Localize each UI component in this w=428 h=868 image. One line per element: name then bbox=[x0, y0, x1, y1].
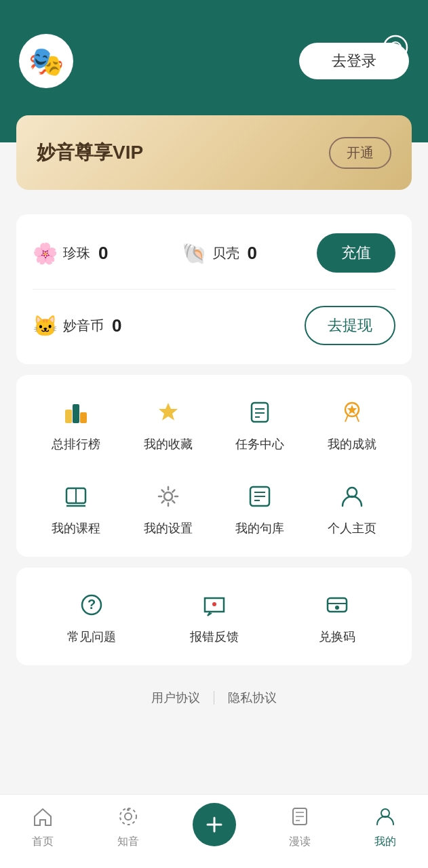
leaderboard-icon bbox=[59, 395, 93, 429]
svg-point-18 bbox=[164, 492, 172, 500]
legal-divider bbox=[214, 691, 214, 705]
bottom-navigation: 首页 知音 漫读 bbox=[0, 794, 428, 868]
vip-open-button[interactable]: 开通 bbox=[329, 137, 391, 169]
vip-card: 妙音尊享VIP 开通 bbox=[16, 115, 412, 190]
shell-item: 🐚 贝壳 0 bbox=[182, 241, 317, 265]
sentences-label: 我的句库 bbox=[235, 520, 284, 536]
svg-text:?: ? bbox=[87, 597, 95, 612]
pearl-label: 珍珠 bbox=[63, 244, 90, 262]
user-agreement-link[interactable]: 用户协议 bbox=[151, 690, 200, 706]
mandu-icon bbox=[289, 806, 311, 832]
tasks-label: 任务中心 bbox=[235, 436, 284, 452]
nav-item-mine[interactable]: 我的 bbox=[343, 806, 428, 849]
svg-point-2 bbox=[394, 46, 397, 50]
menu-item-courses[interactable]: 我的课程 bbox=[30, 479, 122, 536]
pearl-icon: 🌸 bbox=[33, 241, 58, 265]
nav-item-zhiyin[interactable]: 知音 bbox=[85, 806, 171, 849]
withdraw-button[interactable]: 去提现 bbox=[305, 306, 395, 345]
support-section: ? 常见问题 报错反馈 bbox=[16, 568, 412, 665]
pearl-value: 0 bbox=[98, 243, 108, 264]
recharge-button[interactable]: 充值 bbox=[317, 233, 395, 273]
mine-nav-label: 我的 bbox=[374, 835, 396, 849]
menu-section: 总排行榜 我的收藏 任 bbox=[16, 375, 412, 557]
svg-rect-3 bbox=[65, 410, 72, 423]
svg-marker-12 bbox=[347, 405, 357, 414]
support-item-feedback[interactable]: 报错反馈 bbox=[153, 588, 275, 645]
menu-item-sentences[interactable]: 我的句库 bbox=[214, 479, 307, 536]
coin-label: 妙音币 bbox=[63, 317, 104, 335]
courses-icon bbox=[59, 479, 93, 513]
settings-icon bbox=[151, 479, 185, 513]
faq-icon: ? bbox=[75, 588, 109, 622]
svg-rect-4 bbox=[73, 404, 79, 423]
svg-rect-5 bbox=[80, 412, 87, 423]
menu-item-achievements[interactable]: 我的成就 bbox=[306, 395, 398, 452]
svg-marker-6 bbox=[159, 403, 178, 420]
svg-point-29 bbox=[335, 606, 339, 610]
menu-item-profile[interactable]: 个人主页 bbox=[306, 479, 398, 536]
coin-icon: 🐱 bbox=[33, 314, 58, 338]
shell-label: 贝壳 bbox=[212, 244, 239, 262]
privacy-policy-link[interactable]: 隐私协议 bbox=[228, 690, 277, 706]
feedback-label: 报错反馈 bbox=[190, 629, 239, 645]
menu-item-settings[interactable]: 我的设置 bbox=[122, 479, 214, 536]
sentences-icon bbox=[243, 479, 277, 513]
zhiyin-icon bbox=[117, 806, 139, 832]
support-item-redeem[interactable]: 兑换码 bbox=[275, 588, 398, 645]
profile-icon bbox=[335, 479, 369, 513]
nav-item-mandu[interactable]: 漫读 bbox=[257, 806, 343, 849]
svg-point-26 bbox=[212, 602, 216, 606]
mine-icon bbox=[374, 806, 396, 832]
achievements-icon bbox=[335, 395, 369, 429]
support-grid: ? 常见问题 报错反馈 bbox=[30, 588, 398, 645]
home-icon bbox=[32, 806, 54, 832]
shell-value: 0 bbox=[248, 243, 257, 264]
vip-title: 妙音尊享VIP bbox=[37, 140, 143, 165]
menu-item-tasks[interactable]: 任务中心 bbox=[214, 395, 307, 452]
menu-item-favorites[interactable]: 我的收藏 bbox=[122, 395, 214, 452]
menu-grid: 总排行榜 我的收藏 任 bbox=[30, 395, 398, 536]
feedback-icon bbox=[197, 588, 231, 622]
currency-row-top: 🌸 珍珠 0 🐚 贝壳 0 充值 bbox=[33, 233, 395, 273]
tasks-icon bbox=[243, 395, 277, 429]
main-content: 🌸 珍珠 0 🐚 贝壳 0 充值 🐱 妙音币 0 去提现 bbox=[0, 190, 428, 801]
faq-label: 常见问题 bbox=[67, 629, 116, 645]
home-nav-label: 首页 bbox=[32, 835, 54, 849]
legal-section: 用户协议 隐私协议 bbox=[0, 676, 428, 719]
mandu-nav-label: 漫读 bbox=[289, 835, 311, 849]
leaderboard-label: 总排行榜 bbox=[52, 436, 100, 452]
svg-line-13 bbox=[345, 415, 348, 422]
favorites-label: 我的收藏 bbox=[144, 436, 193, 452]
achievements-label: 我的成就 bbox=[328, 436, 376, 452]
pearl-item: 🌸 珍珠 0 bbox=[33, 241, 168, 265]
shell-icon: 🐚 bbox=[182, 241, 207, 265]
redeem-label: 兑换码 bbox=[319, 629, 355, 645]
app-logo: 🎭 bbox=[19, 34, 73, 88]
coin-value: 0 bbox=[112, 315, 121, 336]
currency-section: 🌸 珍珠 0 🐚 贝壳 0 充值 🐱 妙音币 0 去提现 bbox=[16, 214, 412, 364]
svg-line-14 bbox=[356, 415, 359, 422]
coin-item: 🐱 妙音币 0 bbox=[33, 314, 305, 338]
settings-label: 我的设置 bbox=[144, 520, 193, 536]
currency-row-bottom: 🐱 妙音币 0 去提现 bbox=[33, 306, 395, 345]
scan-icon[interactable] bbox=[382, 34, 409, 61]
favorites-icon bbox=[151, 395, 185, 429]
zhiyin-nav-label: 知音 bbox=[117, 835, 139, 849]
redeem-icon bbox=[320, 588, 354, 622]
svg-point-30 bbox=[125, 813, 132, 820]
nav-item-home[interactable]: 首页 bbox=[0, 806, 85, 849]
profile-label: 个人主页 bbox=[328, 520, 376, 536]
svg-point-32 bbox=[127, 808, 130, 811]
add-button[interactable] bbox=[193, 803, 236, 846]
support-item-faq[interactable]: ? 常见问题 bbox=[30, 588, 153, 645]
menu-item-leaderboard[interactable]: 总排行榜 bbox=[30, 395, 122, 452]
nav-item-add[interactable] bbox=[171, 803, 256, 852]
courses-label: 我的课程 bbox=[52, 520, 100, 536]
